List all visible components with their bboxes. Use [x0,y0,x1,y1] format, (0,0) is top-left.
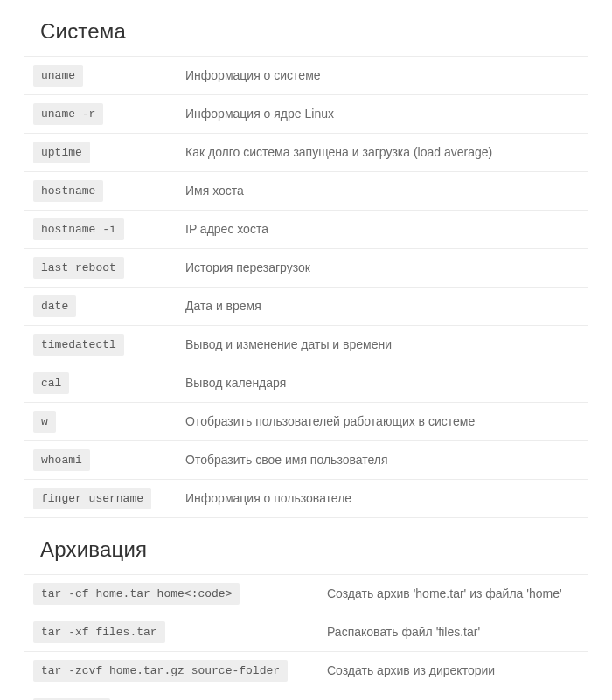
command-code: cal [33,372,69,394]
command-description: Информация о системе [185,68,321,82]
command-description: Вывод и изменение даты и времени [185,337,392,351]
command-code: uname [33,65,83,87]
command-description: История перезагрузок [185,260,310,274]
command-code: finger username [33,488,151,509]
command-code: hostname -i [33,218,124,240]
table-row: last reboot История перезагрузок [24,249,588,288]
command-description: Информация о пользователе [185,491,351,505]
table-row: tar -xf files.tar Распаковать файл 'file… [24,613,588,652]
table-row: uname -r Информация о ядре Linux [24,95,588,134]
command-table-archiving: tar -cf home.tar home<:code> Создать арх… [24,574,588,700]
section-heading-archiving: Архивация [40,537,588,562]
command-code: uname -r [33,103,103,125]
page: Система uname Информация о системе uname… [0,19,612,700]
command-description: Информация о ядре Linux [185,107,334,121]
table-row: timedatectl Вывод и изменение даты и вре… [24,326,588,364]
table-row: tar -zcvf home.tar.gz source-folder Созд… [24,652,588,690]
command-description: Имя хоста [185,184,244,198]
table-row: uname Информация о системе [24,57,588,95]
table-row: hostname Имя хоста [24,172,588,211]
command-code: timedatectl [33,334,124,356]
section-heading-system: Система [40,19,588,44]
table-row: finger username Информация о пользовател… [24,480,588,518]
command-code: uptime [33,142,90,163]
command-code: whoami [33,449,90,471]
table-row: uptime Как долго система запущена и загр… [24,134,588,172]
table-row: date Дата и время [24,288,588,326]
command-description: Создать архив 'home.tar' из файла 'home' [327,586,562,600]
command-code: tar -zcvf home.tar.gz source-folder [33,660,288,682]
command-code: date [33,295,76,317]
command-description: Отобразить свое имя пользователя [185,453,388,467]
table-row: cal Вывод календаря [24,364,588,403]
command-code: last reboot [33,257,124,279]
table-row: gzip file Сжать файл (будет с расширение… [24,690,588,701]
command-description: Дата и время [185,299,261,313]
command-description: Как долго система запущена и загрузка (l… [185,145,492,159]
table-row: w Отобразить пользователей работающих в … [24,403,588,441]
table-row: whoami Отобразить свое имя пользователя [24,441,588,480]
command-table-system: uname Информация о системе uname -r Инфо… [24,56,588,518]
command-code: hostname [33,180,103,202]
command-code: w [33,411,56,433]
command-description: Отобразить пользователей работающих в си… [185,414,475,428]
command-code: tar -xf files.tar [33,621,165,643]
command-description: IP адрес хоста [185,222,268,236]
command-description: Вывод календаря [185,376,286,390]
table-row: tar -cf home.tar home<:code> Создать арх… [24,575,588,613]
table-row: hostname -i IP адрес хоста [24,211,588,249]
command-description: Создать архив из директории [327,663,495,677]
command-code: tar -cf home.tar home<:code> [33,583,240,605]
command-description: Распаковать файл 'files.tar' [327,625,480,639]
